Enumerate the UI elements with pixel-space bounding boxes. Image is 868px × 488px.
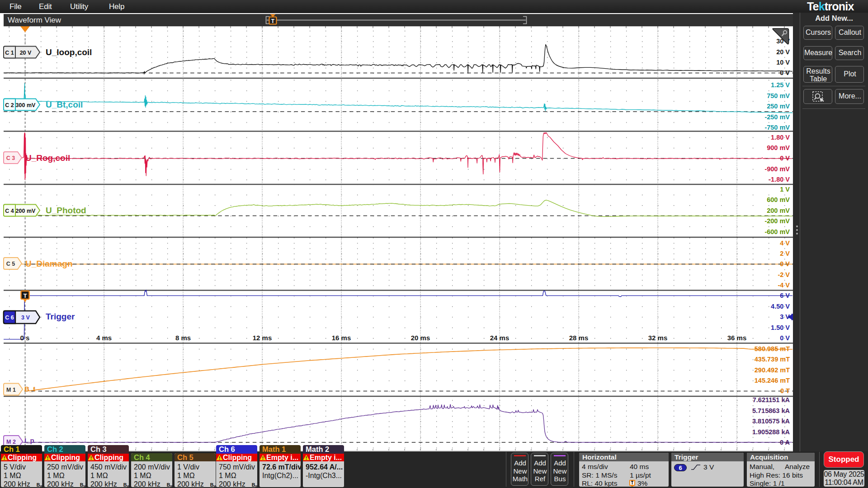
svg-text:20 V: 20 V [20,50,32,56]
svg-text:300 mV: 300 mV [16,102,36,108]
svg-text:M 1: M 1 [6,387,16,393]
svg-text:C 4: C 4 [5,208,14,214]
svg-text:C 5: C 5 [6,261,15,267]
svg-text:3 V: 3 V [21,314,30,321]
svg-text:200 mV: 200 mV [16,208,36,214]
svg-text:C 2: C 2 [5,102,14,108]
svg-text:C 3: C 3 [6,155,15,161]
svg-text:M 2: M 2 [6,439,16,445]
svg-text:C 6: C 6 [5,314,14,321]
svg-text:T: T [271,18,275,24]
svg-text:C 1: C 1 [5,50,14,56]
